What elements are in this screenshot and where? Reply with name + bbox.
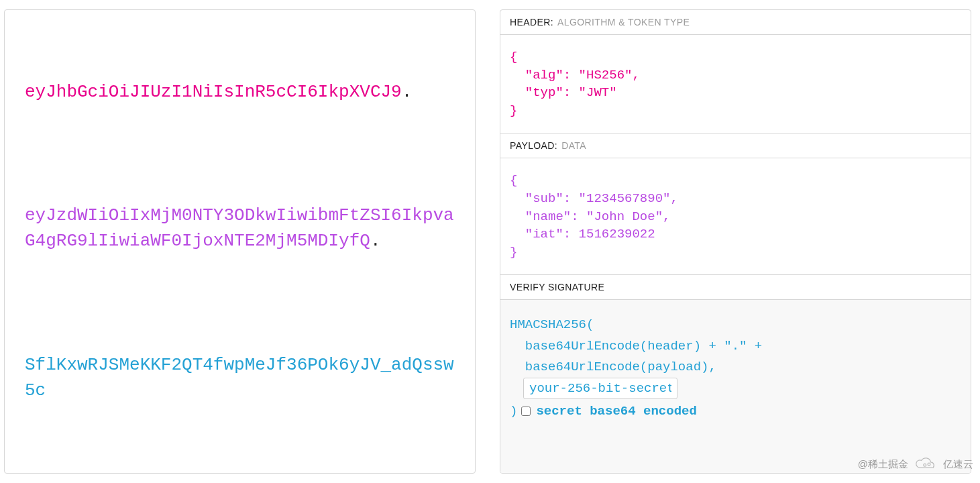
token-signature-text: SflKxwRJSMeKKF2QT4fwpMeJf36POk6yJV_adQss… (25, 355, 454, 400)
token-header-text: eyJhbGciOiJIUzI1NiIsInR5cCI6IkpXVCJ9 (25, 82, 402, 102)
header-section-title: HEADER: ALGORITHM & TOKEN TYPE (500, 10, 971, 35)
payload-sublabel: DATA (561, 140, 586, 151)
svg-point-1 (924, 464, 926, 466)
watermark-brand: 亿速云 (943, 458, 973, 471)
secret-base64-label[interactable]: secret base64 encoded (521, 401, 696, 422)
token-signature-segment: SflKxwRJSMeKKF2QT4fwpMeJf36POk6yJV_adQss… (25, 353, 455, 403)
secret-base64-text: secret base64 encoded (536, 401, 696, 422)
verify-section-title: VERIFY SIGNATURE (500, 274, 971, 300)
header-sublabel: ALGORITHM & TOKEN TYPE (557, 17, 690, 28)
payload-label: PAYLOAD: (510, 140, 557, 151)
verify-line-3: base64UrlEncode(payload), (510, 357, 961, 378)
cloud-icon (912, 456, 939, 472)
secret-input[interactable] (523, 378, 677, 399)
svg-point-0 (928, 463, 930, 466)
encoded-token-panel[interactable]: eyJhbGciOiJIUzI1NiIsInR5cCI6IkpXVCJ9. ey… (4, 9, 476, 474)
verify-label: VERIFY SIGNATURE (510, 282, 604, 292)
payload-json-body[interactable]: { "sub": "1234567890", "name": "John Doe… (500, 158, 971, 274)
verify-signature-body: HMACSHA256( base64UrlEncode(header) + ".… (500, 300, 971, 473)
watermark-text: @稀土掘金 (858, 458, 908, 471)
verify-line-1: HMACSHA256( (510, 315, 961, 335)
token-dot-2: . (370, 231, 381, 251)
token-payload-segment: eyJzdWIiOiIxMjM0NTY3ODkwIiwibmFtZSI6Ikpv… (25, 203, 455, 254)
header-json-body[interactable]: { "alg": "HS256", "typ": "JWT" } (500, 35, 971, 133)
verify-line-2: base64UrlEncode(header) + "." + (510, 336, 961, 357)
token-header-segment: eyJhbGciOiJIUzI1NiIsInR5cCI6IkpXVCJ9. (25, 80, 455, 105)
verify-close-paren: ) (510, 401, 517, 422)
payload-section-title: PAYLOAD: DATA (500, 133, 971, 158)
secret-base64-checkbox[interactable] (521, 407, 531, 416)
token-dot-1: . (402, 82, 413, 102)
token-payload-text: eyJzdWIiOiIxMjM0NTY3ODkwIiwibmFtZSI6Ikpv… (25, 205, 454, 251)
header-label: HEADER: (510, 17, 553, 28)
watermark: @稀土掘金 亿速云 (858, 456, 973, 472)
decoded-panel: HEADER: ALGORITHM & TOKEN TYPE { "alg": … (500, 9, 971, 474)
